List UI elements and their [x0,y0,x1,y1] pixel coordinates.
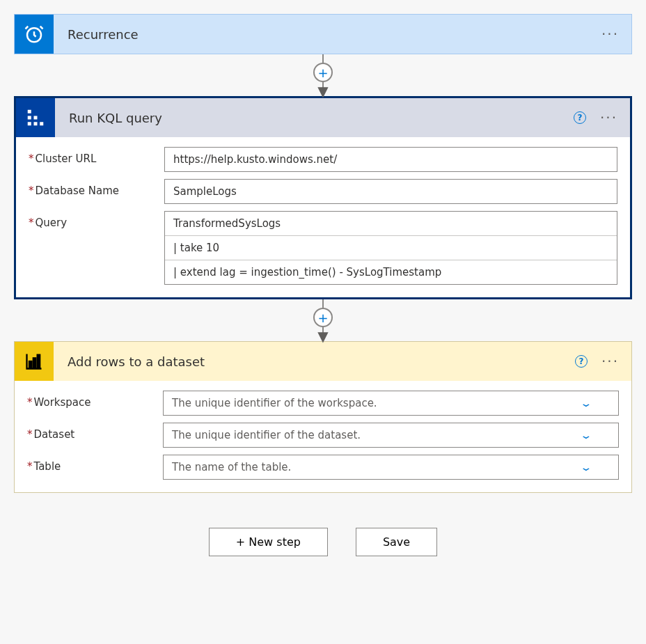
table-select[interactable]: The name of the table. ⌄ [163,455,619,480]
recurrence-more-icon[interactable]: ··· [601,26,619,42]
kql-more-icon[interactable]: ··· [600,109,617,126]
svg-rect-8 [33,358,36,368]
query-line-3[interactable]: | extend lag = ingestion_time() - SysLog… [165,260,617,284]
cluster-url-input[interactable] [164,147,617,172]
bar-chart-icon [24,352,44,371]
connector-2: + ▼ [14,299,632,341]
svg-rect-3 [28,122,31,125]
svg-rect-9 [38,355,40,368]
footer-buttons: + New step Save [14,528,632,556]
dataset-card: Add rows to a dataset ? ··· *Workspace T… [14,341,632,493]
query-line-1[interactable]: TransformedSysLogs [165,212,617,236]
kql-body: *Cluster URL *Database Name *Query Trans… [16,137,630,297]
dataset-help-icon[interactable]: ? [575,355,588,368]
chevron-down-icon: ⌄ [580,430,593,441]
kql-help-icon[interactable]: ? [574,111,586,124]
kql-header[interactable]: Run KQL query ? ··· [16,98,630,137]
connector-1: + ▼ [14,54,632,96]
svg-rect-1 [28,110,31,113]
query-input[interactable]: TransformedSysLogs | take 10 | extend la… [164,211,617,285]
new-step-button[interactable]: + New step [209,528,328,556]
dataset-icon-box [15,342,54,381]
chevron-down-icon: ⌄ [580,462,593,473]
dataset-placeholder: The unique identifier of the dataset. [172,429,361,441]
arrow-down-icon: ▼ [317,331,328,341]
chevron-down-icon: ⌄ [580,398,593,409]
dataset-body: *Workspace The unique identifier of the … [15,381,631,492]
kql-card: Run KQL query ? ··· *Cluster URL *Databa… [14,96,632,299]
workspace-placeholder: The unique identifier of the workspace. [172,397,377,409]
svg-rect-5 [34,122,38,125]
svg-rect-6 [40,122,43,125]
save-button[interactable]: Save [356,528,437,556]
arrow-down-icon: ▼ [317,86,328,96]
table-label: *Table [27,455,163,473]
query-line-2[interactable]: | take 10 [165,236,617,260]
database-name-input[interactable] [164,179,617,204]
add-step-plus-icon[interactable]: + [313,308,333,327]
adx-icon [25,107,46,128]
kql-icon-box [16,98,55,137]
recurrence-card: Recurrence ··· [14,14,632,54]
recurrence-title: Recurrence [54,27,601,42]
workspace-select[interactable]: The unique identifier of the workspace. … [163,391,619,416]
dataset-field-label: *Dataset [27,423,163,441]
database-name-label: *Database Name [29,179,164,197]
dataset-header[interactable]: Add rows to a dataset ? ··· [15,342,631,381]
workspace-label: *Workspace [27,391,163,409]
table-placeholder: The name of the table. [172,461,291,473]
recurrence-icon-box [15,15,54,54]
dataset-title: Add rows to a dataset [54,354,575,369]
svg-rect-7 [29,361,32,368]
svg-rect-2 [28,116,31,120]
kql-title: Run KQL query [55,111,574,125]
add-step-plus-icon[interactable]: + [313,63,333,82]
recurrence-header[interactable]: Recurrence ··· [15,15,631,54]
query-label: *Query [29,211,164,229]
dataset-select[interactable]: The unique identifier of the dataset. ⌄ [163,423,619,448]
cluster-url-label: *Cluster URL [29,147,164,165]
dataset-more-icon[interactable]: ··· [601,353,619,370]
clock-icon [24,24,45,45]
svg-rect-4 [34,116,38,120]
